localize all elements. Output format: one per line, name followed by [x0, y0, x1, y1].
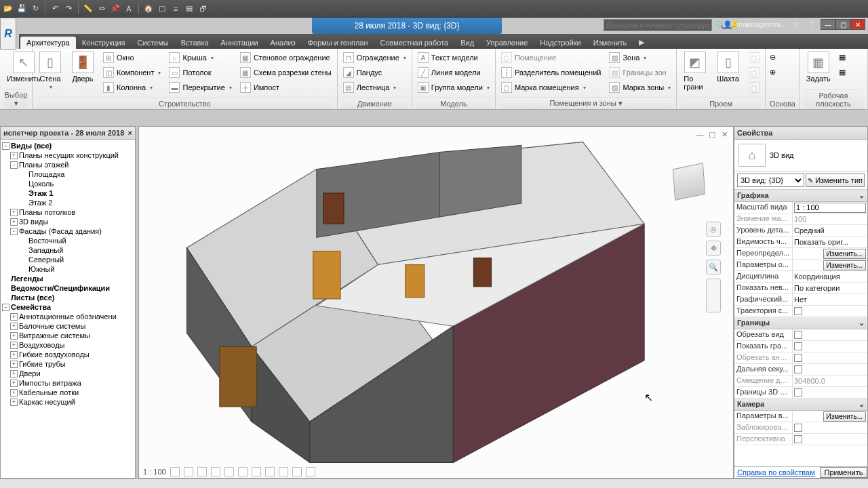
prop-row[interactable]: Значение ма...100 [734, 214, 867, 225]
expand-icon[interactable]: + [10, 209, 18, 216]
tree-node[interactable]: Этаж 1 [1, 188, 135, 198]
tree-node[interactable]: +Планы потолков [1, 207, 135, 217]
type-selector[interactable]: 3D вид: {3D} [737, 174, 804, 187]
by-face-tool[interactable]: ◩По грани [681, 50, 709, 98]
prop-value[interactable]: 100 [793, 214, 867, 224]
view-max-icon[interactable]: ▢ [707, 129, 717, 139]
prop-value[interactable] [793, 434, 867, 445]
model-line-tool[interactable]: ╱Линия модели [416, 65, 491, 80]
expand-icon[interactable]: + [10, 342, 18, 349]
measure-icon[interactable]: 📏 [83, 3, 94, 14]
undo-icon[interactable]: ↶ [50, 3, 60, 14]
exchange-icon[interactable]: ✕ [791, 19, 802, 30]
prop-row[interactable]: Границы 3D в... [734, 387, 867, 399]
nav-wheel-icon[interactable]: ◎ [706, 222, 721, 237]
prop-value[interactable]: Изменить... [793, 260, 867, 270]
tree-node[interactable]: +Каркас несущий [1, 397, 135, 407]
tree-node[interactable]: +Кабельные лотки [1, 388, 135, 397]
sync-icon[interactable]: ↻ [30, 3, 41, 14]
tab-addins-extra[interactable]: ▶ [633, 36, 650, 49]
align-icon[interactable]: ⇔ [96, 3, 107, 14]
show-plane-icon[interactable]: ▦ [839, 53, 852, 65]
tree-node[interactable]: Восточный [1, 236, 135, 245]
tree-node[interactable]: Площадка [1, 169, 135, 179]
wall-tool[interactable]: ▯Стена [37, 50, 64, 98]
tree-node[interactable]: +Гибкие воздуховоды [1, 350, 135, 359]
prop-row[interactable]: Траектория с... [734, 306, 867, 317]
prop-row[interactable]: Обрезать анн... [734, 352, 867, 364]
tab-2[interactable]: Системы [132, 37, 175, 49]
tree-node[interactable]: +3D виды [1, 217, 135, 226]
view-min-icon[interactable]: — [695, 129, 705, 139]
component-tool[interactable]: ◫Компонент [102, 65, 162, 80]
unlocked-icon[interactable] [265, 467, 275, 476]
temp-hide-icon[interactable] [279, 467, 288, 476]
tab-3[interactable]: Вставка [175, 37, 215, 49]
group-rooms[interactable]: Помещения и зоны ▾ [500, 97, 672, 109]
prop-row[interactable]: Параметры о...Изменить... [734, 260, 867, 271]
wall-opening[interactable]: ▢ [747, 50, 761, 65]
collapse-icon[interactable]: - [2, 142, 9, 150]
view-close-icon[interactable]: ✕ [719, 129, 729, 139]
render-icon[interactable] [224, 467, 234, 476]
tree-node[interactable]: +Планы несущих конструкций [1, 150, 135, 160]
window-tool[interactable]: ⊞Окно [102, 50, 162, 65]
prop-checkbox[interactable] [794, 331, 802, 339]
ref-plane-icon[interactable]: ▦ [839, 68, 852, 80]
prop-row[interactable]: Видимость ч...Показать ориг... [734, 237, 867, 248]
prop-checkbox[interactable] [794, 388, 802, 396]
curtain-wall-tool[interactable]: ▦Стеновое ограждение [239, 50, 333, 65]
prop-value[interactable] [793, 364, 867, 375]
tree-node[interactable]: +Витражные системы [1, 331, 135, 340]
prop-row[interactable]: Обрезать вид [734, 329, 867, 341]
door-tool[interactable]: 🚪Дверь [69, 50, 96, 98]
redo-icon[interactable]: ↷ [63, 3, 74, 14]
crop-show-icon[interactable] [252, 467, 261, 476]
visual-style-icon[interactable] [184, 467, 193, 476]
tab-4[interactable]: Аннотации [215, 37, 264, 49]
group-select[interactable]: Выбор ▾ [4, 89, 28, 109]
tree-node[interactable]: Западный [1, 245, 135, 255]
prop-value[interactable] [793, 202, 867, 213]
grid2-icon[interactable]: ⊕ [770, 68, 786, 80]
3d-icon[interactable]: 🏠 [143, 3, 154, 14]
prop-row[interactable]: Перспективна [734, 434, 867, 445]
prop-checkbox[interactable] [794, 435, 802, 443]
prop-value[interactable] [793, 352, 867, 363]
tree-node[interactable]: -Семейства [1, 302, 135, 312]
nav-zoom-icon[interactable]: 🔍 [706, 260, 721, 274]
analytical-icon[interactable] [306, 467, 315, 476]
prop-checkbox[interactable] [794, 365, 802, 373]
tab-11[interactable]: Изменить [587, 37, 633, 49]
tree-node[interactable]: +Гибкие трубы [1, 359, 135, 369]
prop-category[interactable]: Графика⌄ [734, 190, 867, 202]
collapse-icon[interactable]: - [10, 228, 18, 235]
prop-value[interactable]: 304800.0 [793, 375, 867, 386]
thin-lines-icon[interactable]: ≡ [170, 3, 181, 14]
prop-value[interactable]: Показать ориг... [793, 237, 867, 247]
collapse-icon[interactable]: - [2, 304, 9, 311]
prop-value[interactable]: Изменить... [793, 248, 867, 259]
browser-close-icon[interactable]: × [128, 129, 132, 137]
expand-icon[interactable]: + [10, 152, 18, 159]
railing-tool[interactable]: ⊓Ограждение [342, 50, 408, 65]
user-name[interactable]: marinagerma... [736, 20, 787, 28]
curtain-grid-tool[interactable]: ▦Схема разрезки стены [239, 65, 333, 80]
mullion-tool[interactable]: ┼Импост [239, 80, 333, 95]
vert-opening[interactable]: ▢ [747, 65, 761, 80]
prop-row[interactable]: Переопредел...Изменить... [734, 248, 867, 260]
prop-checkbox[interactable] [794, 354, 802, 362]
expand-icon[interactable]: + [10, 380, 18, 387]
prop-row[interactable]: Уровень дета...Средний [734, 225, 867, 237]
sun-path-icon[interactable] [197, 467, 207, 476]
close-hidden-icon[interactable]: ▤ [184, 3, 195, 14]
prop-value[interactable] [793, 387, 867, 398]
prop-edit-button[interactable]: Изменить... [823, 411, 866, 422]
dormer-opening[interactable]: ▢ [747, 80, 761, 95]
expand-icon[interactable]: + [10, 351, 18, 359]
properties-help-link[interactable]: Справка по свойствам [734, 467, 820, 478]
expand-icon[interactable]: + [10, 370, 18, 378]
edit-type-button[interactable]: ✎ Изменить тип [806, 174, 865, 187]
text-icon[interactable]: A [123, 3, 134, 14]
expand-icon[interactable]: + [10, 313, 18, 321]
